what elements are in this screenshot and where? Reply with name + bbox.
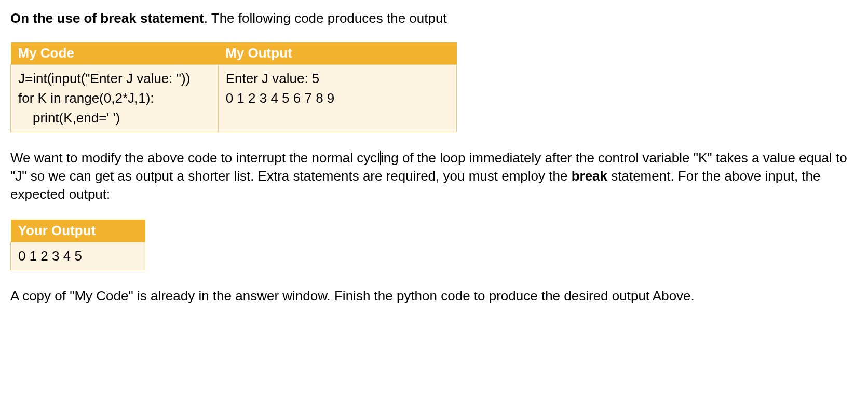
intro-paragraph: On the use of break statement. The follo… [10,9,858,28]
code-line-2: for K in range(0,2*J,1): [18,90,154,106]
text-cursor-icon [380,151,381,165]
intro-rest: . The following code produces the output [204,10,447,26]
header-your-output: Your Output [11,220,145,242]
closing-paragraph: A copy of "My Code" is already in the an… [10,287,858,305]
output-line-1: Enter J value: 5 [226,71,320,86]
cell-my-output: Enter J value: 5 0 1 2 3 4 5 6 7 8 9 [218,65,456,132]
table-row: 0 1 2 3 4 5 [11,242,145,270]
your-output-table: Your Output 0 1 2 3 4 5 [10,220,145,271]
explanation-paragraph: We want to modify the above code to inte… [10,149,858,203]
intro-bold: On the use of break statement [10,10,204,26]
table1-container: My Code My Output J=int(input("Enter J v… [10,42,858,132]
para2-bold: break [572,168,607,184]
table-row: J=int(input("Enter J value: ")) for K in… [11,65,457,132]
header-my-code: My Code [11,42,219,65]
output-line-2: 0 1 2 3 4 5 6 7 8 9 [226,90,335,106]
code-line-3: print(K,end=' ') [18,108,120,128]
para2-part1: We want to modify the above code to inte… [10,150,380,166]
code-line-1: J=int(input("Enter J value: ")) [18,71,190,86]
cell-my-code: J=int(input("Enter J value: ")) for K in… [11,65,219,132]
header-my-output: My Output [218,42,456,65]
code-output-table: My Code My Output J=int(input("Enter J v… [10,42,457,132]
cell-your-output: 0 1 2 3 4 5 [11,242,145,270]
